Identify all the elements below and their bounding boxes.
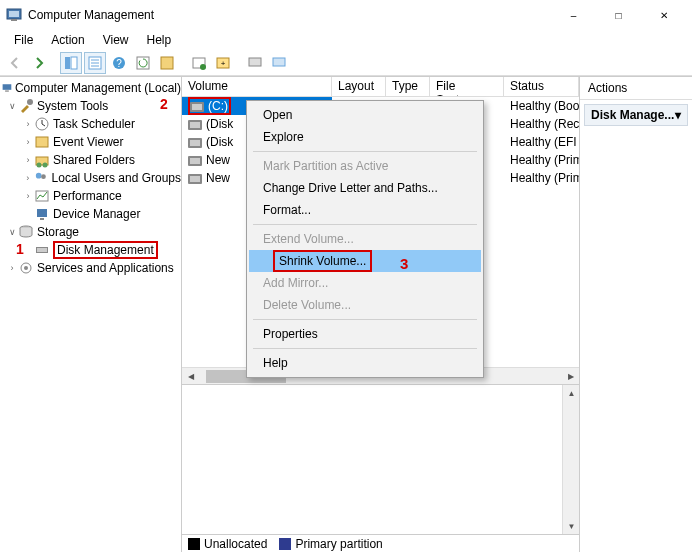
tree-system-tools[interactable]: ∨ System Tools [0,97,181,115]
menu-view[interactable]: View [95,31,137,49]
svg-point-21 [27,99,33,105]
close-button[interactable]: ✕ [641,0,686,30]
ctx-add-mirror: Add Mirror... [249,272,481,294]
console-tree[interactable]: Computer Management (Local) ∨ System Too… [0,77,182,552]
collapse-icon[interactable]: ∨ [6,101,18,111]
svg-rect-20 [5,90,9,91]
tree-local-users[interactable]: › Local Users and Groups [0,169,181,187]
ctx-explore[interactable]: Explore [249,126,481,148]
app-icon [6,7,22,23]
toolbar-button-b[interactable]: + [212,52,234,74]
svg-point-26 [43,163,48,168]
computer-icon [2,80,12,96]
view-settings-button[interactable] [156,52,178,74]
menu-action[interactable]: Action [43,31,92,49]
toolbar-button-d[interactable] [268,52,290,74]
menu-separator [253,319,477,320]
actions-pane: Actions Disk Manage... ▾ [580,77,692,552]
tools-icon [18,98,34,114]
collapse-icon[interactable]: ∨ [6,227,18,237]
svg-rect-34 [37,248,47,252]
refresh-button[interactable] [132,52,154,74]
window-title: Computer Management [28,8,551,22]
menu-separator [253,151,477,152]
help-button[interactable]: ? [108,52,130,74]
disk-icon [188,120,202,130]
ctx-shrink-volume[interactable]: Shrink Volume... [249,250,481,272]
ctx-open[interactable]: Open [249,104,481,126]
expand-icon[interactable]: › [22,191,34,201]
users-icon [33,170,48,186]
toolbar-button-c[interactable] [244,52,266,74]
menu-separator [253,224,477,225]
volume-list-header: Volume Layout Type File System Status [182,77,579,97]
annotation-1: 1 [16,241,24,257]
expand-icon[interactable]: › [6,263,18,273]
svg-text:?: ? [116,58,122,69]
menu-file[interactable]: File [6,31,41,49]
svg-point-28 [41,175,46,180]
svg-rect-30 [37,209,47,217]
tree-event-viewer[interactable]: › Event Viewer [0,133,181,151]
show-hide-tree-button[interactable] [60,52,82,74]
toolbar-button-a[interactable] [188,52,210,74]
scroll-right-icon[interactable]: ▶ [562,368,579,385]
expand-icon[interactable]: › [22,137,34,147]
svg-text:+: + [221,59,226,68]
performance-icon [34,188,50,204]
ctx-properties[interactable]: Properties [249,323,481,345]
svg-point-27 [36,173,42,179]
tree-disk-management[interactable]: Disk Management [0,241,181,259]
menu-help[interactable]: Help [139,31,180,49]
menu-separator [253,348,477,349]
expand-icon[interactable]: › [22,155,34,165]
forward-button[interactable] [28,52,50,74]
col-type[interactable]: Type [386,77,430,96]
tree-root[interactable]: Computer Management (Local) [0,79,181,97]
svg-rect-3 [65,57,70,69]
graphical-v-scrollbar[interactable]: ▲ ▼ [562,385,579,535]
legend-primary-label: Primary partition [295,537,382,551]
col-layout[interactable]: Layout [332,77,386,96]
minimize-button[interactable]: – [551,0,596,30]
tree-services-apps[interactable]: › Services and Applications [0,259,181,277]
col-file-system[interactable]: File System [430,77,504,96]
clock-icon [34,116,50,132]
menu-bar: File Action View Help [0,30,692,50]
maximize-button[interactable]: □ [596,0,641,30]
disk-icon [188,138,202,148]
disk-icon [190,102,204,112]
ctx-format[interactable]: Format... [249,199,481,221]
svg-point-14 [200,64,206,70]
svg-rect-17 [249,58,261,66]
disk-icon [188,156,202,166]
svg-rect-2 [11,19,17,21]
expand-icon[interactable]: › [22,119,34,129]
svg-rect-18 [273,58,285,66]
svg-rect-31 [40,218,44,220]
col-status[interactable]: Status [504,77,579,96]
tree-shared-folders[interactable]: › Shared Folders [0,151,181,169]
ctx-help[interactable]: Help [249,352,481,374]
expand-icon[interactable]: › [22,173,33,183]
actions-disk-management[interactable]: Disk Manage... ▾ [584,104,688,126]
ctx-change-drive-letter[interactable]: Change Drive Letter and Paths... [249,177,481,199]
legend-primary-swatch [279,538,291,550]
scroll-left-icon[interactable]: ◀ [182,368,199,385]
scroll-up-icon[interactable]: ▲ [563,385,580,402]
back-button[interactable] [4,52,26,74]
tree-performance[interactable]: › Performance [0,187,181,205]
svg-rect-19 [3,84,12,90]
disk-graphical-view[interactable]: ▲ ▼ Unallocated Primary partition [182,384,579,552]
properties-button[interactable] [84,52,106,74]
disk-mgmt-icon [34,242,50,258]
folder-share-icon [34,152,50,168]
tree-storage[interactable]: ∨ Storage [0,223,181,241]
tree-task-scheduler[interactable]: › Task Scheduler [0,115,181,133]
col-volume[interactable]: Volume [182,77,332,96]
ctx-extend-volume: Extend Volume... [249,228,481,250]
svg-rect-23 [36,137,48,147]
scroll-down-icon[interactable]: ▼ [563,518,580,535]
tree-device-manager[interactable]: Device Manager [0,205,181,223]
event-icon [34,134,50,150]
